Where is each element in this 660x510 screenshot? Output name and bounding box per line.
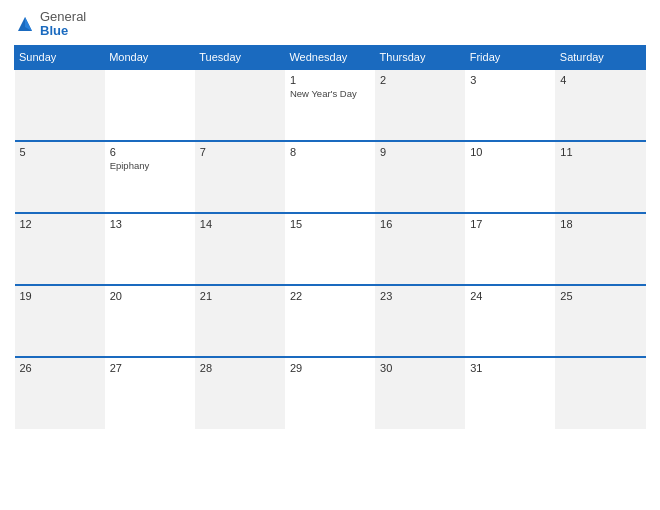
day-number: 14 [200,218,280,230]
logo-text: General Blue [40,10,86,39]
calendar-cell: 31 [465,357,555,429]
calendar-cell: 14 [195,213,285,285]
day-number: 21 [200,290,280,302]
calendar-cell: 26 [15,357,105,429]
day-number: 20 [110,290,190,302]
calendar-cell: 27 [105,357,195,429]
calendar-cell: 18 [555,213,645,285]
day-number: 1 [290,74,370,86]
page-header: General Blue [14,10,646,39]
calendar-week-row: 12131415161718 [15,213,646,285]
calendar-table: SundayMondayTuesdayWednesdayThursdayFrid… [14,45,646,429]
day-number: 13 [110,218,190,230]
weekday-header-friday: Friday [465,45,555,69]
day-number: 27 [110,362,190,374]
calendar-cell: 24 [465,285,555,357]
day-number: 29 [290,362,370,374]
calendar-cell: 20 [105,285,195,357]
calendar-cell: 17 [465,213,555,285]
calendar-cell: 23 [375,285,465,357]
day-number: 15 [290,218,370,230]
calendar-cell: 5 [15,141,105,213]
day-number: 26 [20,362,100,374]
weekday-header-monday: Monday [105,45,195,69]
calendar-cell: 11 [555,141,645,213]
weekday-header-saturday: Saturday [555,45,645,69]
calendar-cell: 30 [375,357,465,429]
logo: General Blue [14,10,86,39]
calendar-cell: 25 [555,285,645,357]
day-number: 5 [20,146,100,158]
day-number: 4 [560,74,640,86]
calendar-cell: 9 [375,141,465,213]
day-number: 30 [380,362,460,374]
calendar-cell: 29 [285,357,375,429]
day-number: 10 [470,146,550,158]
calendar-cell: 1New Year's Day [285,69,375,141]
calendar-week-row: 19202122232425 [15,285,646,357]
weekday-header-thursday: Thursday [375,45,465,69]
calendar-cell: 15 [285,213,375,285]
logo-icon [14,13,36,35]
calendar-page: General Blue SundayMondayTuesdayWednesda… [0,0,660,510]
calendar-cell: 8 [285,141,375,213]
weekday-header-wednesday: Wednesday [285,45,375,69]
calendar-cell: 12 [15,213,105,285]
calendar-cell: 19 [15,285,105,357]
day-number: 9 [380,146,460,158]
day-number: 24 [470,290,550,302]
day-number: 7 [200,146,280,158]
day-number: 31 [470,362,550,374]
calendar-cell: 16 [375,213,465,285]
weekday-header-row: SundayMondayTuesdayWednesdayThursdayFrid… [15,45,646,69]
holiday-label: Epiphany [110,160,190,171]
day-number: 11 [560,146,640,158]
calendar-week-row: 1New Year's Day234 [15,69,646,141]
day-number: 2 [380,74,460,86]
calendar-week-row: 262728293031 [15,357,646,429]
day-number: 17 [470,218,550,230]
calendar-cell: 6Epiphany [105,141,195,213]
day-number: 8 [290,146,370,158]
calendar-cell: 7 [195,141,285,213]
weekday-header-sunday: Sunday [15,45,105,69]
calendar-cell: 10 [465,141,555,213]
day-number: 25 [560,290,640,302]
holiday-label: New Year's Day [290,88,370,99]
day-number: 16 [380,218,460,230]
day-number: 18 [560,218,640,230]
day-number: 23 [380,290,460,302]
day-number: 19 [20,290,100,302]
day-number: 28 [200,362,280,374]
day-number: 22 [290,290,370,302]
calendar-cell: 4 [555,69,645,141]
calendar-cell: 3 [465,69,555,141]
calendar-cell: 22 [285,285,375,357]
calendar-cell: 2 [375,69,465,141]
day-number: 12 [20,218,100,230]
weekday-header-tuesday: Tuesday [195,45,285,69]
calendar-week-row: 56Epiphany7891011 [15,141,646,213]
calendar-cell [105,69,195,141]
calendar-cell: 21 [195,285,285,357]
calendar-cell [555,357,645,429]
calendar-cell: 13 [105,213,195,285]
calendar-cell: 28 [195,357,285,429]
calendar-cell [15,69,105,141]
day-number: 3 [470,74,550,86]
day-number: 6 [110,146,190,158]
calendar-cell [195,69,285,141]
